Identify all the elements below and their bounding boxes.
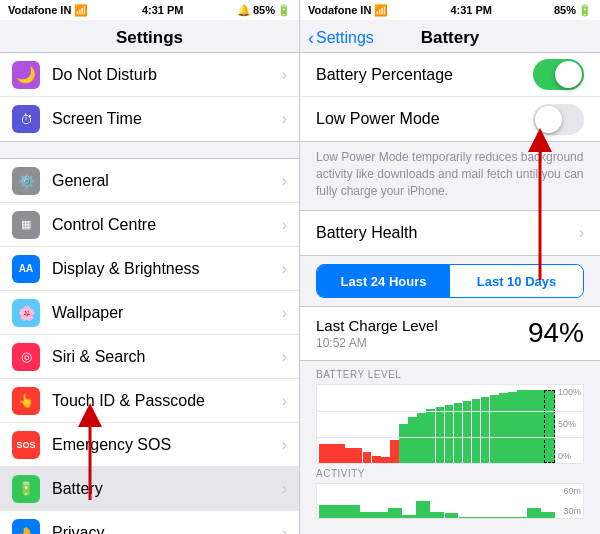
touch-id-label: Touch ID & Passcode bbox=[52, 392, 282, 410]
left-status-bar: Vodafone IN 📶 4:31 PM 🔔 85% 🔋 bbox=[0, 0, 300, 20]
general-label: General bbox=[52, 172, 282, 190]
battery-health-section: Battery Health › bbox=[300, 210, 600, 256]
wallpaper-icon: 🌸 bbox=[12, 299, 40, 327]
wallpaper-label: Wallpaper bbox=[52, 304, 282, 322]
charge-level-info: Last Charge Level 10:52 AM bbox=[316, 317, 438, 350]
toggle-knob bbox=[555, 61, 582, 88]
time-selector-section: Last 24 Hours Last 10 Days bbox=[300, 256, 600, 306]
battery-content: Battery Percentage Low Power Mode Low Po… bbox=[300, 52, 600, 534]
settings-header: Settings bbox=[0, 20, 299, 52]
control-centre-label: Control Centre bbox=[52, 216, 282, 234]
low-power-mode-row: Low Power Mode bbox=[300, 97, 600, 141]
right-carrier: Vodafone IN 📶 bbox=[308, 4, 388, 17]
chevron-icon: › bbox=[282, 436, 287, 454]
chevron-icon: › bbox=[282, 66, 287, 84]
time-selector: Last 24 Hours Last 10 Days bbox=[316, 264, 584, 298]
sidebar-item-touch-id[interactable]: 👆 Touch ID & Passcode › bbox=[0, 379, 299, 423]
emergency-sos-icon: SOS bbox=[12, 431, 40, 459]
battery-title: Battery bbox=[421, 28, 480, 48]
sidebar-item-screen-time[interactable]: ⏱ Screen Time › bbox=[0, 97, 299, 141]
back-chevron-icon: ‹ bbox=[308, 28, 314, 49]
touch-id-icon: 👆 bbox=[12, 387, 40, 415]
battery-health-label: Battery Health bbox=[316, 224, 417, 242]
charge-level-value: 94% bbox=[528, 317, 584, 349]
right-battery: 85% 🔋 bbox=[554, 4, 592, 17]
siri-search-icon: ◎ bbox=[12, 343, 40, 371]
last-charge-section: Last Charge Level 10:52 AM 94% bbox=[300, 306, 600, 361]
chevron-icon: › bbox=[282, 304, 287, 322]
left-carrier: Vodafone IN 📶 bbox=[8, 4, 88, 17]
chevron-icon: › bbox=[282, 260, 287, 278]
do-not-disturb-icon: 🌙 bbox=[12, 61, 40, 89]
battery-percentage-label: Battery Percentage bbox=[316, 66, 453, 84]
settings-panel: Settings 🌙 Do Not Disturb › ⏱ Screen Tim… bbox=[0, 20, 300, 534]
low-power-mode-toggle[interactable] bbox=[533, 104, 584, 135]
battery-health-row[interactable]: Battery Health › bbox=[300, 211, 600, 255]
right-wifi-icon: 📶 bbox=[374, 4, 388, 17]
display-brightness-icon: AA bbox=[12, 255, 40, 283]
chevron-icon: › bbox=[282, 110, 287, 128]
sidebar-item-control-centre[interactable]: ▦ Control Centre › bbox=[0, 203, 299, 247]
right-status-bar: Vodafone IN 📶 4:31 PM 85% 🔋 bbox=[300, 0, 600, 20]
battery-panel: ‹ Settings Battery Battery Percentage Lo… bbox=[300, 20, 600, 534]
sidebar-item-privacy[interactable]: 🤚 Privacy › bbox=[0, 511, 299, 534]
battery-label: Battery bbox=[52, 480, 282, 498]
low-power-mode-label: Low Power Mode bbox=[316, 110, 440, 128]
toggle-knob bbox=[535, 106, 562, 133]
battery-graph-section: BATTERY LEVEL bbox=[300, 361, 600, 519]
settings-group-1: 🌙 Do Not Disturb › ⏱ Screen Time › bbox=[0, 52, 299, 142]
left-wifi-icon: 📶 bbox=[74, 4, 88, 17]
graph-0-label: 0% bbox=[558, 451, 581, 461]
charge-level-time: 10:52 AM bbox=[316, 336, 438, 350]
chevron-icon: › bbox=[282, 348, 287, 366]
battery-percentage-row: Battery Percentage bbox=[300, 53, 600, 97]
last-charge-row: Last Charge Level 10:52 AM 94% bbox=[300, 307, 600, 360]
screen-time-icon: ⏱ bbox=[12, 105, 40, 133]
chevron-icon: › bbox=[282, 172, 287, 190]
sidebar-item-general[interactable]: ⚙️ General › bbox=[0, 159, 299, 203]
battery-percentage-toggle[interactable] bbox=[533, 59, 584, 90]
battery-header: ‹ Settings Battery bbox=[300, 20, 600, 52]
activity-graph: 60m 30m bbox=[316, 483, 584, 519]
emergency-sos-label: Emergency SOS bbox=[52, 436, 282, 454]
sidebar-item-emergency-sos[interactable]: SOS Emergency SOS › bbox=[0, 423, 299, 467]
activity-60m-label: 60m bbox=[563, 486, 581, 496]
last-10-days-button[interactable]: Last 10 Days bbox=[450, 265, 583, 297]
sidebar-item-wallpaper[interactable]: 🌸 Wallpaper › bbox=[0, 291, 299, 335]
low-power-description: Low Power Mode temporarily reduces backg… bbox=[300, 143, 600, 209]
chevron-icon: › bbox=[282, 480, 287, 498]
graph-50-label: 50% bbox=[558, 419, 581, 429]
settings-group-2: ⚙️ General › ▦ Control Centre › AA Displ… bbox=[0, 158, 299, 534]
battery-level-graph: 100% 50% 0% bbox=[316, 384, 584, 464]
right-time: 4:31 PM bbox=[450, 4, 492, 16]
sidebar-item-battery[interactable]: 🔋 Battery › bbox=[0, 467, 299, 511]
do-not-disturb-label: Do Not Disturb bbox=[52, 66, 282, 84]
display-brightness-label: Display & Brightness bbox=[52, 260, 282, 278]
activity-30m-label: 30m bbox=[563, 506, 581, 516]
charge-level-label: Last Charge Level bbox=[316, 317, 438, 334]
settings-list: 🌙 Do Not Disturb › ⏱ Screen Time › ⚙️ Ge… bbox=[0, 52, 299, 534]
battery-percentage-section: Battery Percentage Low Power Mode bbox=[300, 52, 600, 142]
right-battery-icon: 🔋 bbox=[578, 4, 592, 17]
graph-100-label: 100% bbox=[558, 387, 581, 397]
privacy-icon: 🤚 bbox=[12, 519, 40, 534]
screen-time-label: Screen Time bbox=[52, 110, 282, 128]
battery-health-chevron: › bbox=[579, 224, 584, 242]
control-centre-icon: ▦ bbox=[12, 211, 40, 239]
back-button[interactable]: ‹ Settings bbox=[308, 28, 374, 49]
back-label: Settings bbox=[316, 29, 374, 47]
sidebar-item-do-not-disturb[interactable]: 🌙 Do Not Disturb › bbox=[0, 53, 299, 97]
general-icon: ⚙️ bbox=[12, 167, 40, 195]
sidebar-item-siri-search[interactable]: ◎ Siri & Search › bbox=[0, 335, 299, 379]
left-battery-icon: 🔋 bbox=[277, 4, 291, 17]
sidebar-item-display-brightness[interactable]: AA Display & Brightness › bbox=[0, 247, 299, 291]
battery-icon: 🔋 bbox=[12, 475, 40, 503]
left-time: 4:31 PM bbox=[142, 4, 184, 16]
chevron-icon: › bbox=[282, 216, 287, 234]
left-battery: 🔔 85% 🔋 bbox=[237, 4, 291, 17]
last-24-hours-button[interactable]: Last 24 Hours bbox=[317, 265, 450, 297]
battery-level-label: BATTERY LEVEL bbox=[316, 369, 584, 380]
activity-label: ACTIVITY bbox=[316, 468, 584, 479]
privacy-label: Privacy bbox=[52, 524, 282, 534]
chevron-icon: › bbox=[282, 392, 287, 410]
